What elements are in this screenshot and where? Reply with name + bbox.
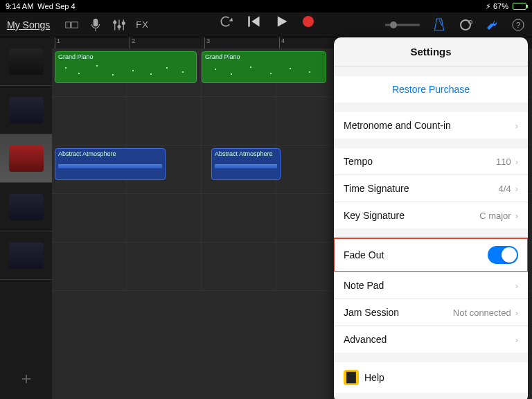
fade-out-row[interactable]: Fade Out (334, 238, 528, 272)
fx-button[interactable]: FX (136, 19, 149, 30)
svg-point-5 (122, 21, 125, 25)
midi-region[interactable]: Grand Piano (202, 51, 326, 83)
row-label: Advanced (344, 334, 387, 345)
track-header[interactable] (0, 183, 52, 231)
row-label: Time Signature (344, 183, 409, 194)
restore-purchase-button[interactable]: Restore Purchase (334, 76, 528, 103)
svg-point-4 (118, 25, 121, 28)
toolbar: My Songs FX (0, 12, 532, 37)
row-label: Metronome and Count-in (344, 120, 451, 131)
status-date: Wed Sep 4 (37, 2, 75, 10)
piano-icon (9, 48, 44, 75)
battery-percent: ⚡︎ 67% (486, 2, 508, 11)
audio-region[interactable]: Abstract Atmosphere (211, 148, 281, 180)
row-value: Not connected (453, 308, 511, 318)
key-signature-row[interactable]: Key Signature C major› (334, 202, 528, 229)
record-button[interactable] (303, 16, 314, 27)
undo-icon[interactable] (218, 15, 233, 28)
bar-marker: 4 (279, 37, 285, 48)
row-label: Tempo (344, 156, 373, 167)
tempo-row[interactable]: Tempo 110› (334, 148, 528, 175)
sliders-icon[interactable] (112, 18, 126, 32)
drums-icon (9, 97, 44, 123)
region-label: Abstract Atmosphere (215, 150, 273, 157)
chevron-right-icon: › (515, 211, 518, 221)
advanced-row[interactable]: Advanced › (334, 326, 528, 353)
transport-controls (218, 15, 314, 28)
region-label: Grand Piano (58, 53, 94, 60)
svg-text:?: ? (516, 21, 520, 29)
master-volume-icon[interactable] (385, 18, 420, 32)
midi-region[interactable]: Grand Piano (55, 51, 197, 83)
chevron-right-icon: › (515, 121, 518, 131)
fade-out-toggle[interactable] (488, 246, 518, 264)
track-header[interactable] (0, 134, 52, 183)
status-bar: 9:14 AM Wed Sep 4 ⚡︎ 67% (0, 0, 532, 12)
chevron-right-icon: › (515, 184, 518, 194)
metronome-icon[interactable] (432, 18, 446, 32)
status-time: 9:14 AM (6, 2, 33, 10)
chevron-right-icon: › (515, 335, 518, 345)
row-label: Note Pad (344, 280, 384, 291)
view-toggle-icon[interactable] (65, 18, 79, 32)
chevron-right-icon: › (515, 308, 518, 318)
time-signature-row[interactable]: Time Signature 4/4› (334, 175, 528, 202)
region-label: Grand Piano (205, 53, 240, 60)
popover-title: Settings (334, 37, 528, 66)
jam-session-row[interactable]: Jam Session Not connected› (334, 299, 528, 326)
audio-region[interactable]: Abstract Atmosphere (55, 148, 166, 180)
track-header[interactable] (0, 86, 52, 134)
keyboard-icon (9, 145, 44, 172)
loop-icon[interactable] (459, 18, 472, 32)
help-book-icon (344, 370, 359, 385)
chevron-right-icon: › (515, 281, 518, 291)
help-row[interactable]: Help (334, 362, 528, 393)
rewind-icon[interactable] (247, 15, 261, 28)
row-value: 4/4 (499, 184, 511, 194)
row-label: Key Signature (344, 210, 405, 221)
svg-rect-0 (66, 21, 71, 27)
bar-marker: 3 (204, 37, 210, 48)
bar-marker: 2 (130, 37, 135, 48)
track-header[interactable] (0, 37, 52, 86)
svg-rect-6 (248, 17, 250, 27)
row-value: C major (479, 211, 511, 221)
settings-popover: Settings Restore Purchase Metronome and … (334, 37, 528, 399)
row-label: Jam Session (344, 307, 399, 318)
microphone-icon[interactable] (89, 18, 103, 32)
svg-point-3 (114, 20, 117, 24)
bar-marker: 1 (55, 37, 60, 48)
svg-point-8 (390, 21, 397, 28)
add-track-button[interactable]: ＋ (0, 364, 52, 392)
drums-icon (9, 242, 44, 269)
row-value: 110 (496, 157, 511, 167)
metronome-row[interactable]: Metronome and Count-in › (334, 112, 528, 139)
drums-icon (9, 194, 44, 220)
chevron-right-icon: › (515, 157, 518, 167)
region-label: Abstract Atmosphere (58, 150, 116, 157)
row-label: Fade Out (344, 249, 384, 260)
svg-rect-2 (94, 19, 98, 26)
settings-icon[interactable] (485, 18, 499, 32)
back-button[interactable]: My Songs (7, 19, 50, 30)
svg-rect-1 (71, 21, 78, 27)
note-pad-row[interactable]: Note Pad › (334, 272, 528, 299)
help-icon[interactable]: ? (511, 18, 525, 32)
track-headers: ＋ (0, 37, 52, 399)
track-header[interactable] (0, 231, 52, 280)
battery-icon (513, 3, 526, 10)
play-icon[interactable] (275, 15, 289, 28)
row-label: Help (364, 372, 384, 383)
